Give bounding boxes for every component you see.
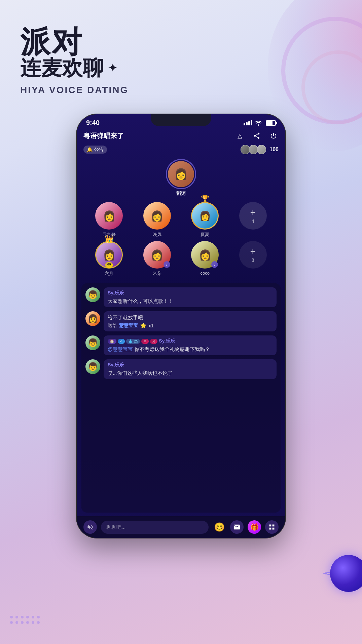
mic-slot-8[interactable]: + 8 (231, 241, 276, 277)
bottom-dots-decoration (10, 616, 40, 624)
room-title: 粤语弹唱来了 (83, 131, 124, 140)
badge-check: ✓ (118, 339, 125, 344)
host-avatar: 👩 (168, 161, 194, 187)
mic-slot-1: 👩 元气酱 (87, 202, 132, 238)
crown-icon: 👑 (105, 235, 114, 244)
signal-icon (244, 120, 252, 125)
chat-area: 👦 Sy.乐乐 大家想听什么，可以点歌！！ 👩 给不了就放手吧 送给 慧慧宝宝 (81, 283, 281, 513)
chat-avatar-1: 👦 (85, 287, 100, 302)
chat-text-1: 大家想听什么，可以点歌！！ (108, 297, 273, 305)
planet-decoration (325, 550, 362, 597)
room-header: 粤语弹唱来了 △ (77, 127, 285, 144)
announcement-bar: 🔔 公告 100 (77, 144, 285, 156)
header-sub-title: 连麦欢聊 (20, 54, 104, 82)
chat-avatar-gift: 👩 (85, 311, 100, 326)
report-button[interactable]: △ (235, 131, 245, 141)
sparkle-icon: ✦ (108, 61, 118, 75)
chat-message-1: 👦 Sy.乐乐 大家想听什么，可以点歌！！ (85, 287, 277, 307)
gift-count: x1 (149, 323, 154, 328)
chat-bubble-2: 🏠 ✓ 💧 25 ⚔ ⚔ Sy.乐乐 @慧慧宝宝 你不考虑送我个礼物感谢下我吗？ (104, 335, 277, 355)
mic-slot-5: 👑 👩 帝 六月 (87, 241, 132, 277)
phone-screen: 9:40 粤语弹唱来了 △ (77, 114, 285, 538)
chat-bubble-3: Sy.乐乐 哎...你们这些人我啥也不说了 (104, 359, 277, 379)
header-main-title: 派对 (20, 27, 129, 57)
wifi-icon (255, 120, 262, 126)
emperor-badge: 帝 (105, 262, 113, 268)
mic-label-7: coco (201, 271, 210, 276)
mic-label-3: 夏夏 (201, 232, 209, 238)
viewer-avatar-3 (257, 145, 266, 154)
mic-avatar-3: 👩 (191, 202, 219, 230)
bottom-nav: 聊聊吧... 😊 🎁 (77, 516, 285, 538)
badge-25: 💧 25 (126, 339, 140, 344)
chat-username-3: Sy.乐乐 (108, 362, 273, 368)
music-badge-1: ♪ (164, 261, 170, 268)
mic-label-2: 晚风 (153, 232, 161, 238)
status-icons (244, 120, 276, 126)
mic-label-6: 米朵 (153, 271, 161, 277)
mic-slot-3: 👩 夏夏 (183, 202, 227, 238)
bell-icon: 🔔 (87, 147, 93, 152)
stage-area: 👩 粥粥 👩 元气酱 (77, 156, 285, 280)
mic-slot-6: 👩 ♪ 米朵 (135, 241, 180, 277)
announcement-badge: 🔔 公告 (83, 146, 107, 154)
chat-username-1: Sy.乐乐 (108, 290, 273, 296)
chat-text-2: @慧慧宝宝 你不考虑送我个礼物感谢下我吗？ (108, 346, 273, 353)
mic-avatar-2: 👩 (143, 202, 171, 230)
host-label: 粥粥 (176, 191, 186, 197)
host-avatar-ring: 👩 (166, 159, 196, 189)
gift-send-text: 送给 (108, 323, 117, 329)
emoji-button[interactable]: 😊 (213, 520, 226, 534)
mic-avatar-7: 👩 ♪ (191, 241, 219, 269)
badge-sword2: ⚔ (150, 339, 157, 344)
room-actions: △ (235, 131, 279, 141)
header-area: 派对 连麦欢聊 ✦ HIYA VOICE DATING (20, 27, 129, 95)
battery-icon (266, 120, 276, 126)
chat-bubble-gift: 给不了就放手吧 送给 慧慧宝宝 ⭐ x1 (104, 311, 277, 331)
envelope-button[interactable] (230, 520, 244, 534)
grid-button[interactable] (265, 520, 279, 534)
mic-slot-7: 👩 ♪ coco (183, 241, 227, 277)
header-english-text: HIYA VOICE DATING (20, 85, 129, 95)
mute-button[interactable] (83, 520, 97, 534)
power-button[interactable] (268, 131, 279, 141)
phone-notch (151, 114, 211, 126)
chat-message-2: 👦 🏠 ✓ 💧 25 ⚔ ⚔ Sy.乐乐 @慧慧宝宝 你不考虑送我个礼物感谢下我… (85, 335, 277, 355)
chat-avatar-2: 👦 (85, 335, 100, 350)
viewer-count: 100 (269, 147, 279, 153)
announcement-label: 公告 (94, 147, 104, 153)
mic-label-5: 六月 (105, 271, 113, 277)
chat-text-3: 哎...你们这些人我啥也不说了 (108, 369, 273, 376)
mic-avatar-5: 👑 👩 帝 (95, 241, 123, 269)
chat-input[interactable]: 聊聊吧... (101, 521, 209, 534)
mic-avatar-6: 👩 ♪ (143, 241, 171, 269)
host-slot: 👩 粥粥 (164, 159, 198, 197)
chat-message-gift: 👩 给不了就放手吧 送给 慧慧宝宝 ⭐ x1 (85, 311, 277, 331)
mic-slot-2: 👩 晚风 (135, 202, 180, 238)
add-slot-2[interactable]: + 8 (239, 241, 267, 269)
chat-avatar-3: 👦 (85, 359, 100, 374)
gift-star-icon: ⭐ (140, 322, 147, 329)
chat-text-gift: 给不了就放手吧 (108, 314, 273, 321)
phone-frame: 9:40 粤语弹唱来了 △ (77, 114, 285, 538)
planet-sphere (330, 555, 362, 592)
music-badge-2: ♪ (211, 261, 218, 268)
mic-avatar-1: 👩 (95, 202, 123, 230)
viewers-area: 100 (241, 145, 279, 154)
chat-message-3: 👦 Sy.乐乐 哎...你们这些人我啥也不说了 (85, 359, 277, 379)
chat-username-2: Sy.乐乐 (159, 338, 175, 344)
gift-button[interactable]: 🎁 (248, 520, 261, 534)
gift-recipient: 慧慧宝宝 (119, 323, 138, 329)
badge-sword1: ⚔ (141, 339, 149, 344)
chat-bubble-1: Sy.乐乐 大家想听什么，可以点歌！！ (104, 287, 277, 307)
mic-grid: 👩 元气酱 👩 晚风 (83, 202, 279, 277)
badge-row: 🏠 ✓ 💧 25 ⚔ ⚔ Sy.乐乐 (108, 338, 273, 344)
share-button[interactable] (252, 131, 262, 141)
mic-slot-4[interactable]: + 4 (231, 202, 276, 238)
badge-home: 🏠 (108, 339, 116, 344)
status-time: 9:40 (86, 119, 100, 127)
add-slot-1[interactable]: + 4 (239, 202, 267, 230)
